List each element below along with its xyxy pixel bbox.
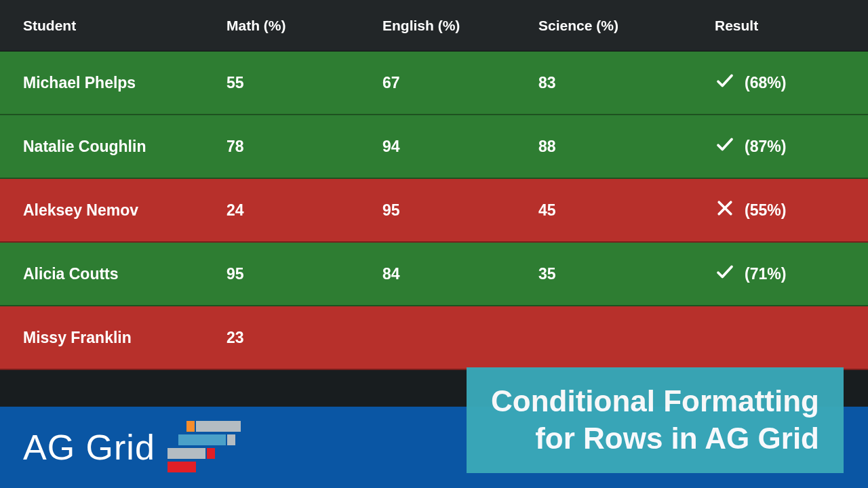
result-avg: (87%): [745, 138, 786, 156]
table-row[interactable]: Aleksey Nemov 24 95 45 (55%): [0, 179, 868, 243]
table-row[interactable]: Alicia Coutts 95 84 35 (71%): [0, 243, 868, 306]
title-line-1: Conditional Formatting: [491, 382, 819, 420]
title-overlay: Conditional Formatting for Rows in AG Gr…: [467, 367, 844, 473]
cell-student: Alicia Coutts: [0, 265, 203, 283]
cell-math: 23: [203, 329, 359, 347]
cell-result: (55%): [692, 198, 868, 222]
cross-icon: [715, 198, 735, 222]
cell-student: Natalie Coughlin: [0, 138, 203, 156]
svg-rect-6: [167, 448, 205, 459]
check-icon: [715, 70, 735, 95]
cell-english: 84: [359, 265, 515, 283]
svg-rect-5: [227, 434, 235, 445]
cell-result: (87%): [692, 134, 868, 159]
result-avg: (71%): [745, 265, 786, 283]
ag-grid-logo: AG Grid: [23, 420, 242, 475]
table-row[interactable]: Missy Franklin 23: [0, 306, 868, 370]
cell-student: Missy Franklin: [0, 329, 203, 347]
cell-science: 88: [515, 138, 692, 156]
col-header-student[interactable]: Student: [0, 18, 203, 34]
cell-science: 83: [515, 74, 692, 92]
svg-rect-2: [196, 421, 241, 432]
cell-result: (68%): [692, 70, 868, 95]
cell-science: 35: [515, 265, 692, 283]
cell-math: 55: [203, 74, 359, 92]
table-row[interactable]: Natalie Coughlin 78 94 88 (87%): [0, 115, 868, 179]
svg-rect-7: [207, 448, 215, 459]
cell-english: 94: [359, 138, 515, 156]
cell-student: Michael Phelps: [0, 74, 203, 92]
cell-english: 95: [359, 201, 515, 220]
check-icon: [715, 262, 735, 286]
svg-rect-3: [186, 421, 195, 432]
table-row[interactable]: Michael Phelps 55 67 83 (68%): [0, 52, 868, 115]
col-header-result[interactable]: Result: [692, 18, 868, 34]
result-avg: (68%): [745, 74, 786, 92]
col-header-science[interactable]: Science (%): [515, 18, 692, 34]
cell-math: 95: [203, 265, 359, 283]
col-header-english[interactable]: English (%): [359, 18, 515, 34]
cell-english: 67: [359, 74, 515, 92]
cell-student: Aleksey Nemov: [0, 201, 203, 220]
cell-result: (71%): [692, 262, 868, 286]
ag-grid-logo-icon: [167, 420, 242, 475]
check-icon: [715, 134, 735, 159]
svg-rect-8: [167, 462, 196, 472]
title-line-2: for Rows in AG Grid: [491, 420, 819, 457]
cell-math: 78: [203, 138, 359, 156]
cell-math: 24: [203, 201, 359, 220]
result-avg: (55%): [745, 201, 786, 220]
cell-science: 45: [515, 201, 692, 220]
table-header-row: Student Math (%) English (%) Science (%)…: [0, 0, 868, 52]
brand-name: AG Grid: [23, 427, 155, 468]
col-header-math[interactable]: Math (%): [203, 18, 359, 34]
svg-rect-4: [178, 434, 226, 445]
data-grid: Student Math (%) English (%) Science (%)…: [0, 0, 868, 389]
